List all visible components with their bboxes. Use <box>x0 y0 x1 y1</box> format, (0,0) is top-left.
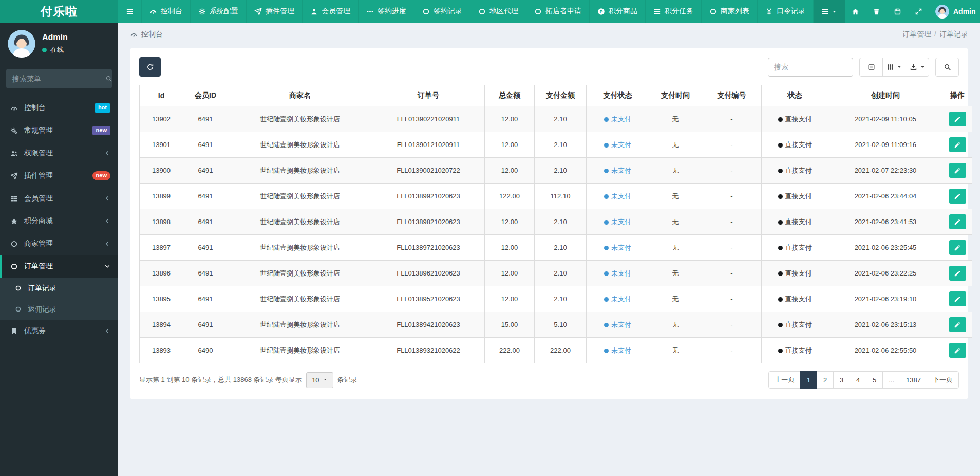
table-row: 138966491世纪陆壹捌美妆形象设计店FLL0138962102062312… <box>140 261 972 286</box>
column-header-创建时间: 创建时间 <box>828 85 943 106</box>
pay-status-link[interactable]: 未支付 <box>611 295 631 303</box>
pay-status-link[interactable]: 未支付 <box>611 269 631 277</box>
nav-item-签约记录[interactable]: 签约记录 <box>414 0 470 23</box>
cell-order_no: FLL01390121020911 <box>372 132 485 158</box>
nav-item-积分任务[interactable]: 积分任务 <box>646 0 702 23</box>
edit-button[interactable] <box>949 291 966 306</box>
pay-status-dot <box>604 143 609 148</box>
page-1[interactable]: 1 <box>800 371 817 389</box>
nav-item-控制台[interactable]: 控制台 <box>142 0 191 23</box>
fullscreen-button[interactable] <box>908 0 929 23</box>
page-size-dropdown[interactable]: 10 <box>306 372 333 388</box>
pay-status-link[interactable]: 未支付 <box>611 115 631 123</box>
cell-order_no: FLL01389321020622 <box>372 338 485 363</box>
module-store-button[interactable] <box>887 0 908 23</box>
cell-member_id: 6491 <box>183 132 228 158</box>
cell-merchant: 世纪陆壹捌美妆形象设计店 <box>228 338 372 363</box>
sidebar-item-权限管理[interactable]: 权限管理 <box>0 142 118 164</box>
sidebar-item-label: 权限管理 <box>24 149 53 158</box>
status-label: 直接支付 <box>785 218 812 226</box>
nav-item-口令记录[interactable]: 口令记录 <box>758 0 814 23</box>
export-button[interactable] <box>906 58 929 77</box>
menu-badge: hot <box>95 103 110 112</box>
edit-button[interactable] <box>949 112 966 126</box>
table-search-input[interactable] <box>768 58 853 77</box>
page-上一页[interactable]: 上一页 <box>768 371 801 389</box>
page-2[interactable]: 2 <box>817 371 834 389</box>
detail-view-button[interactable] <box>859 58 883 77</box>
nav-item-label: 系统配置 <box>210 7 238 16</box>
edit-button[interactable] <box>949 214 966 229</box>
sidebar-item-订单管理[interactable]: 订单管理 <box>0 255 118 278</box>
sidebar-search-input[interactable] <box>12 75 105 83</box>
search-icon <box>105 75 112 82</box>
edit-button[interactable] <box>949 163 966 178</box>
page-下一页[interactable]: 下一页 <box>927 371 959 389</box>
pay-status-link[interactable]: 未支付 <box>611 167 631 174</box>
pencil-icon <box>954 270 961 277</box>
edit-button[interactable] <box>949 137 966 152</box>
menu-dropdown-button[interactable] <box>814 0 845 23</box>
clear-cache-button[interactable] <box>866 0 887 23</box>
sidebar-item-插件管理[interactable]: 插件管理new <box>0 164 118 187</box>
sidebar-subitem-订单记录[interactable]: 订单记录 <box>0 278 118 299</box>
sidebar-item-常规管理[interactable]: 常规管理new <box>0 119 118 142</box>
nav-item-地区代理[interactable]: 地区代理 <box>470 0 526 23</box>
cell-id: 13900 <box>140 158 183 184</box>
sidebar-item-积分商城[interactable]: 积分商城 <box>0 210 118 232</box>
nav-item-拓店者申请[interactable]: 拓店者申请 <box>526 0 590 23</box>
pay-status-link[interactable]: 未支付 <box>611 244 631 251</box>
cell-pay-time: 无 <box>649 312 702 338</box>
sidebar-toggle[interactable] <box>118 0 142 23</box>
edit-button[interactable] <box>949 266 966 281</box>
sidebar-user-panel: Admin 在线 <box>0 23 118 64</box>
chevron-left-icon <box>104 241 110 247</box>
breadcrumb-parent[interactable]: 订单管理 <box>902 30 931 38</box>
sidebar-item-label: 控制台 <box>24 103 46 113</box>
sidebar-item-优惠券[interactable]: 优惠券 <box>0 320 118 342</box>
pay-status-link[interactable]: 未支付 <box>611 346 631 354</box>
pay-status-dot <box>604 194 609 199</box>
nav-item-label: 控制台 <box>161 7 182 16</box>
page-3[interactable]: 3 <box>833 371 850 389</box>
pay-status-link[interactable]: 未支付 <box>611 218 631 226</box>
sidebar-subitem-返佣记录[interactable]: 返佣记录 <box>0 299 118 320</box>
cell-pay-no: - <box>702 184 762 209</box>
sidebar-item-控制台[interactable]: 控制台hot <box>0 97 118 119</box>
page-5[interactable]: 5 <box>866 371 883 389</box>
refresh-button[interactable] <box>139 57 161 77</box>
fullscreen-icon <box>915 8 922 15</box>
admin-user-menu[interactable]: Admin <box>929 0 980 23</box>
cell-actions <box>943 235 972 261</box>
page-4[interactable]: 4 <box>850 371 866 389</box>
edit-button[interactable] <box>949 317 966 332</box>
search-button[interactable] <box>935 58 959 77</box>
nav-item-会员管理[interactable]: 会员管理 <box>303 0 359 23</box>
pay-status-link[interactable]: 未支付 <box>611 192 631 200</box>
nav-item-插件管理[interactable]: 插件管理 <box>247 0 303 23</box>
cell-pay-time: 无 <box>649 209 702 235</box>
cell-id: 13898 <box>140 209 183 235</box>
order-table-card: Id会员ID商家名订单号总金额支付金额支付状态支付时间支付编号状态创建时间操作 … <box>130 48 968 399</box>
edit-button[interactable] <box>949 240 966 255</box>
status-label: 直接支付 <box>785 295 812 303</box>
users-icon <box>9 150 18 157</box>
sidebar-item-会员管理[interactable]: 会员管理 <box>0 187 118 210</box>
nav-item-签约进度[interactable]: 签约进度 <box>359 0 414 23</box>
page-1387[interactable]: 1387 <box>900 371 927 389</box>
nav-item-商家列表[interactable]: 商家列表 <box>702 0 758 23</box>
edit-button[interactable] <box>949 343 966 358</box>
brand-logo[interactable]: 付乐啦 <box>0 0 118 23</box>
nav-item-积分商品[interactable]: P积分商品 <box>590 0 646 23</box>
avatar <box>8 30 35 58</box>
edit-button[interactable] <box>949 189 966 204</box>
orders-table: Id会员ID商家名订单号总金额支付金额支付状态支付时间支付编号状态创建时间操作 … <box>139 85 972 363</box>
sidebar-item-商家管理[interactable]: 商家管理 <box>0 232 118 255</box>
home-button[interactable] <box>845 0 866 23</box>
pay-status-link[interactable]: 未支付 <box>611 321 631 328</box>
cell-order_no: FLL01389721020623 <box>372 235 485 261</box>
nav-item-系统配置[interactable]: 系统配置 <box>191 0 247 23</box>
pay-status-link[interactable]: 未支付 <box>611 141 631 149</box>
columns-button[interactable] <box>882 58 906 77</box>
pencil-icon <box>954 296 961 303</box>
